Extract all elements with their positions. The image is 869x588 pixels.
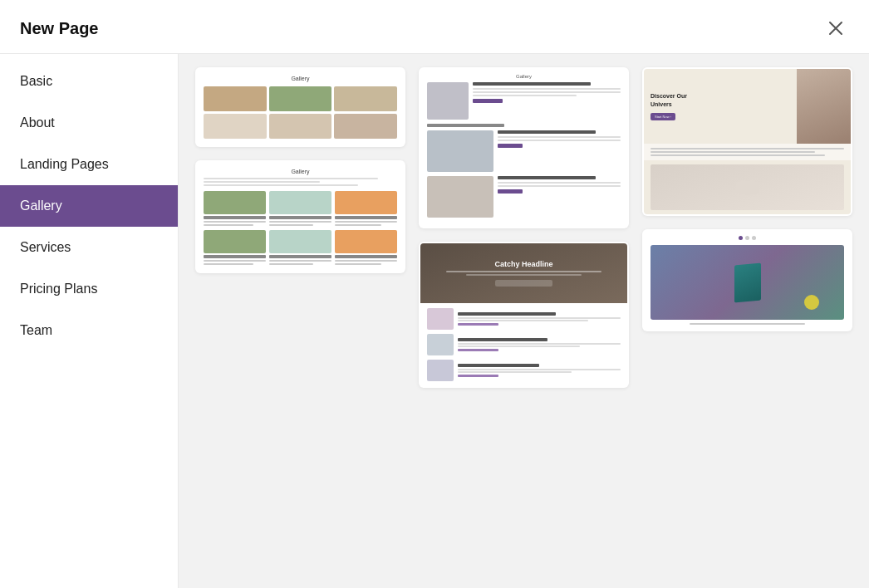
template-card-gallery-grid[interactable]: Gallery — [195, 67, 405, 147]
template-column-3: Discover OurUnivers Start Now › — [642, 67, 852, 331]
gallery-caption — [690, 323, 806, 325]
template-card-gallery-subtitles[interactable]: Gallery — [419, 67, 629, 228]
close-button[interactable] — [822, 15, 849, 42]
dot-indicator — [752, 236, 756, 240]
template-title-gallery-grid: Gallery — [204, 76, 397, 81]
hero-headline: Catchy Headline — [494, 260, 552, 268]
close-icon — [828, 21, 843, 36]
gallery-cell — [334, 86, 397, 111]
template-grid: Gallery Gallery — [179, 54, 869, 588]
gallery-cell — [204, 86, 267, 111]
new-page-modal: New Page Basic About Landing Pages Galle… — [0, 0, 869, 588]
sidebar-item-gallery[interactable]: Gallery — [0, 185, 178, 227]
sidebar-item-about[interactable]: About — [0, 102, 178, 144]
sidebar: Basic About Landing Pages Gallery Servic… — [0, 54, 179, 588]
dot-indicator — [739, 236, 743, 240]
template-column-1: Gallery Gallery — [195, 67, 405, 273]
modal-header: New Page — [0, 0, 869, 54]
template-title-gallery-features: Gallery — [204, 169, 397, 174]
gallery-cell — [269, 86, 332, 111]
template-card-catchy-headline[interactable]: Catchy Headline — [419, 242, 629, 388]
template-card-gallery-bottom[interactable] — [642, 229, 852, 331]
gallery-cell — [334, 114, 397, 139]
univers-title: Discover OurUnivers — [651, 92, 790, 107]
template-card-gallery-features[interactable]: Gallery — [195, 160, 405, 273]
sidebar-item-team[interactable]: Team — [0, 310, 178, 351]
sidebar-item-pricing-plans[interactable]: Pricing Plans — [0, 268, 178, 310]
template-card-univers[interactable]: Discover OurUnivers Start Now › — [642, 67, 852, 216]
gallery-cell — [204, 114, 267, 139]
gallery-cell — [269, 114, 332, 139]
sidebar-item-services[interactable]: Services — [0, 227, 178, 268]
modal-body: Basic About Landing Pages Gallery Servic… — [0, 54, 869, 588]
template-column-2: Gallery — [419, 67, 629, 388]
template-title-gallery-subtitles: Gallery — [427, 74, 621, 79]
univers-cta-btn[interactable]: Start Now › — [651, 113, 675, 120]
modal-title: New Page — [20, 19, 98, 38]
dot-indicator — [745, 236, 749, 240]
sidebar-item-basic[interactable]: Basic — [0, 61, 178, 102]
sidebar-item-landing-pages[interactable]: Landing Pages — [0, 144, 178, 185]
